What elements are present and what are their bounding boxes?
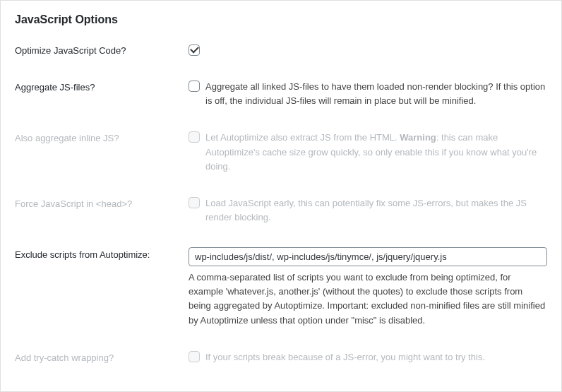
checkbox-force-head [189, 197, 200, 208]
desc-inline-before: Let Autoptimize also extract JS from the… [205, 132, 400, 143]
desc-aggregate-js: Aggregate all linked JS-files to have th… [205, 80, 547, 108]
input-exclude-scripts[interactable] [189, 247, 547, 266]
row-exclude-scripts: Exclude scripts from Autoptimize: A comm… [15, 247, 547, 328]
row-optimize-js: Optimize JavaScript Code? [15, 43, 547, 57]
label-optimize-js: Optimize JavaScript Code? [15, 43, 189, 57]
row-trycatch: Add try-catch wrapping? If your scripts … [15, 350, 547, 364]
row-force-head: Force JavaScript in <head>? Load JavaScr… [15, 196, 547, 225]
desc-force-head: Load JavaScript early, this can potentia… [205, 196, 547, 225]
checkbox-aggregate-js[interactable] [189, 81, 200, 92]
label-force-head: Force JavaScript in <head>? [15, 196, 189, 210]
row-aggregate-js: Aggregate JS-files? Aggregate all linked… [15, 80, 547, 108]
label-aggregate-js: Aggregate JS-files? [15, 80, 189, 94]
desc-inline-js: Let Autoptimize also extract JS from the… [205, 131, 547, 173]
checkbox-optimize-js[interactable] [189, 44, 200, 56]
label-trycatch: Add try-catch wrapping? [15, 350, 189, 364]
row-inline-js: Also aggregate inline JS? Let Autoptimiz… [15, 131, 547, 173]
checkbox-inline-js [189, 131, 200, 143]
checkbox-trycatch [189, 351, 200, 362]
panel-title: JavaScript Options [15, 13, 547, 26]
label-exclude-scripts: Exclude scripts from Autoptimize: [15, 247, 189, 261]
desc-exclude-scripts: A comma-separated list of scripts you wa… [189, 271, 547, 328]
label-inline-js: Also aggregate inline JS? [15, 131, 189, 145]
desc-trycatch: If your scripts break because of a JS-er… [205, 350, 485, 364]
javascript-options-panel: JavaScript Options Optimize JavaScript C… [0, 0, 562, 392]
desc-inline-warning: Warning [400, 132, 436, 143]
